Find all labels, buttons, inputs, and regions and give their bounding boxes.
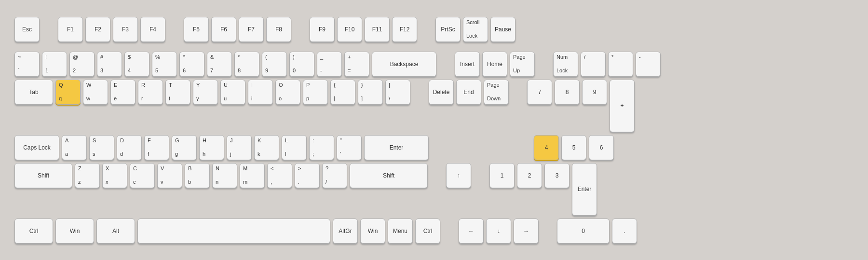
key-f8[interactable]: F8 [266, 17, 291, 42]
key-esc[interactable]: Esc [14, 17, 40, 42]
key-j[interactable]: Jj [227, 135, 252, 160]
key-lwin[interactable]: Win [55, 219, 94, 244]
key-num5[interactable]: 5 [561, 135, 586, 160]
key-quote[interactable]: "' [337, 135, 362, 160]
key-numminus[interactable]: - [636, 52, 661, 77]
key-backslash[interactable]: |\ [385, 80, 410, 105]
key-space[interactable] [137, 219, 330, 244]
key-c[interactable]: Cc [130, 163, 155, 188]
key-3[interactable]: #3 [97, 52, 122, 77]
key-num7[interactable]: 7 [527, 80, 552, 105]
key-rctrl[interactable]: Ctrl [415, 219, 440, 244]
key-f1[interactable]: F1 [58, 17, 83, 42]
key-d[interactable]: Dd [117, 135, 142, 160]
key-pause[interactable]: Pause [490, 17, 515, 42]
key-rwin[interactable]: Win [360, 219, 385, 244]
key-numlock[interactable]: NumLock [553, 52, 578, 77]
key-r[interactable]: Rr [138, 80, 163, 105]
key-numstar[interactable]: * [608, 52, 633, 77]
key-scrolllock[interactable]: ScrollLock [463, 17, 488, 42]
key-w[interactable]: Ww [83, 80, 108, 105]
key-tilde[interactable]: ~` [14, 52, 40, 77]
key-arrow-up[interactable]: ↑ [446, 163, 471, 188]
key-pagedown[interactable]: PageDown [484, 80, 509, 105]
key-1[interactable]: !1 [42, 52, 67, 77]
key-equal[interactable]: += [344, 52, 369, 77]
key-altgr[interactable]: AltGr [333, 219, 358, 244]
key-8[interactable]: *8 [234, 52, 259, 77]
key-7[interactable]: &7 [207, 52, 232, 77]
key-f[interactable]: Ff [144, 135, 169, 160]
key-f7[interactable]: F7 [239, 17, 264, 42]
key-arrow-down[interactable]: ↓ [486, 219, 511, 244]
key-g[interactable]: Gg [172, 135, 197, 160]
key-b[interactable]: Bb [185, 163, 210, 188]
key-end[interactable]: End [456, 80, 481, 105]
key-lctrl[interactable]: Ctrl [14, 219, 53, 244]
key-lalt[interactable]: Alt [96, 219, 135, 244]
key-enter[interactable]: Enter [364, 135, 429, 160]
key-f9[interactable]: F9 [310, 17, 335, 42]
key-f5[interactable]: F5 [184, 17, 209, 42]
key-y[interactable]: Yy [193, 80, 218, 105]
key-comma[interactable]: <, [267, 163, 292, 188]
key-l[interactable]: Ll [282, 135, 307, 160]
key-f10[interactable]: F10 [337, 17, 362, 42]
key-n[interactable]: Nn [212, 163, 237, 188]
key-lbracket[interactable]: {[ [330, 80, 355, 105]
key-h[interactable]: Hh [199, 135, 224, 160]
key-x[interactable]: Xx [102, 163, 127, 188]
key-num6[interactable]: 6 [589, 135, 614, 160]
key-minus[interactable]: _- [317, 52, 342, 77]
key-num8[interactable]: 8 [555, 80, 580, 105]
key-menu[interactable]: Menu [388, 219, 413, 244]
key-backspace[interactable]: Backspace [372, 52, 436, 77]
key-arrow-right[interactable]: → [514, 219, 539, 244]
key-0[interactable]: )0 [289, 52, 314, 77]
key-numslash[interactable]: / [581, 52, 606, 77]
key-9[interactable]: (9 [262, 52, 287, 77]
key-num9[interactable]: 9 [582, 80, 607, 105]
key-o[interactable]: Oo [275, 80, 300, 105]
key-k[interactable]: Kk [254, 135, 279, 160]
key-tab[interactable]: Tab [14, 80, 53, 105]
key-pageup[interactable]: PageUp [510, 52, 535, 77]
key-t[interactable]: Tt [165, 80, 190, 105]
key-e[interactable]: Ee [110, 80, 136, 105]
key-6[interactable]: ^6 [179, 52, 204, 77]
key-lshift[interactable]: Shift [14, 163, 72, 188]
key-i[interactable]: Ii [248, 80, 273, 105]
key-insert[interactable]: Insert [455, 52, 480, 77]
key-arrow-left[interactable]: ← [459, 219, 484, 244]
key-f12[interactable]: F12 [392, 17, 417, 42]
key-f4[interactable]: F4 [140, 17, 165, 42]
key-2[interactable]: @2 [69, 52, 95, 77]
key-numdot[interactable]: . [612, 219, 637, 244]
key-numenter[interactable]: Enter [572, 163, 597, 216]
key-num0[interactable]: 0 [557, 219, 610, 244]
key-p[interactable]: Pp [303, 80, 328, 105]
key-prtsc[interactable]: PrtSc [435, 17, 461, 42]
key-m[interactable]: Mm [240, 163, 265, 188]
key-q[interactable]: Qq [55, 80, 81, 105]
key-num3[interactable]: 3 [544, 163, 570, 188]
key-a[interactable]: Aa [62, 135, 87, 160]
key-z[interactable]: Zz [75, 163, 100, 188]
key-4[interactable]: $4 [124, 52, 149, 77]
key-slash[interactable]: ?/ [322, 163, 347, 188]
key-numplus[interactable]: + [610, 80, 635, 132]
key-f2[interactable]: F2 [85, 17, 110, 42]
key-5[interactable]: %5 [152, 52, 177, 77]
key-home[interactable]: Home [482, 52, 507, 77]
key-num1[interactable]: 1 [489, 163, 515, 188]
key-u[interactable]: Uu [220, 80, 245, 105]
key-v[interactable]: Vv [157, 163, 182, 188]
key-semicolon[interactable]: :; [309, 135, 334, 160]
key-delete[interactable]: Delete [429, 80, 454, 105]
key-rshift[interactable]: Shift [350, 163, 428, 188]
key-num4[interactable]: 4 [534, 135, 559, 160]
key-num2[interactable]: 2 [517, 163, 542, 188]
key-f6[interactable]: F6 [211, 17, 236, 42]
key-period[interactable]: >. [295, 163, 320, 188]
key-f3[interactable]: F3 [113, 17, 138, 42]
